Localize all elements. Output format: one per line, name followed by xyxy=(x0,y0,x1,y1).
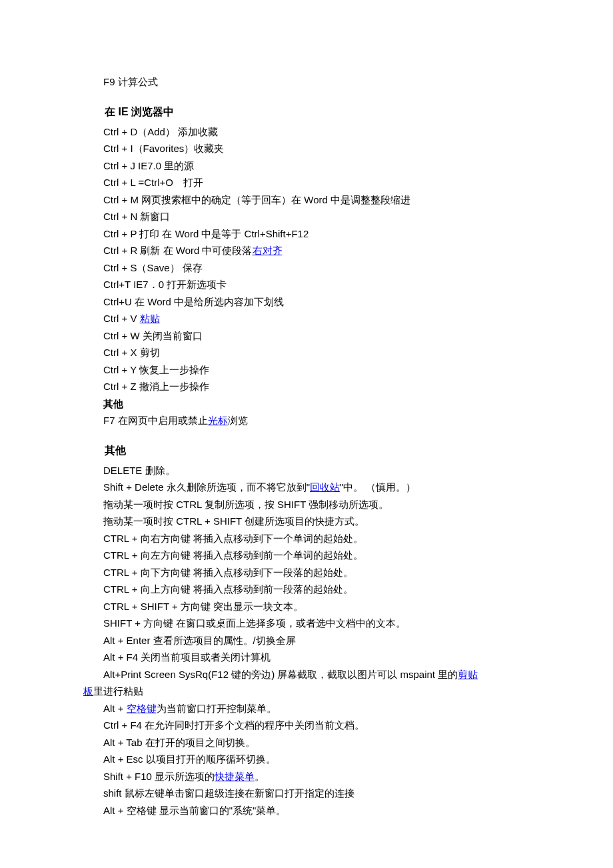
heading-other: 其他 xyxy=(83,441,533,459)
other-line2-1: Alt + Tab 在打开的项目之间切换。 xyxy=(83,734,533,751)
text: Alt+Print Screen SysRq(F12 键的旁边) 屏幕截取，截取… xyxy=(83,666,458,683)
line-f7: F7 在网页中启用或禁止光标浏览 xyxy=(83,412,533,429)
ie-line2-0: Ctrl + S（Save） 保存 xyxy=(83,259,533,277)
ie-line-5: Ctrl + N 新窗口 xyxy=(83,208,533,225)
ie-line3-1: Ctrl + X 剪切 xyxy=(83,344,533,361)
link-shortcut-menu[interactable]: 快捷菜单 xyxy=(215,771,255,782)
other-line3-0: shift 鼠标左键单击窗口超级连接在新窗口打开指定的连接 xyxy=(83,785,533,802)
ie-line2-1: Ctrl+T IE7．0 打开新选项卡 xyxy=(83,276,533,293)
ie-line-0: Ctrl + D（Add） 添加收藏 xyxy=(83,123,533,141)
line-delete: DELETE 删除。 xyxy=(83,462,533,479)
text: 浏览 xyxy=(228,415,248,426)
ie-line-2: Ctrl + J IE7.0 里的源 xyxy=(83,157,533,175)
link-paste[interactable]: 粘贴 xyxy=(140,313,160,324)
link-right-align[interactable]: 右对齐 xyxy=(253,245,283,256)
text: 。 xyxy=(255,771,265,782)
other-line1-1: 拖动某一项时按 CTRL + SHIFT 创建所选项目的快捷方式。 xyxy=(83,513,533,530)
line-shift-f10: Shift + F10 显示所选项的快捷菜单。 xyxy=(83,768,533,785)
line-ctrl-v: Ctrl + V 粘贴 xyxy=(83,310,533,327)
other-line1-0: 拖动某一项时按 CTRL 复制所选项，按 SHIFT 强制移动所选项。 xyxy=(83,496,533,513)
text: Shift + F10 显示所选项的 xyxy=(103,771,215,782)
ie-line2-2: Ctrl+U 在 Word 中是给所选内容加下划线 xyxy=(83,293,533,311)
text: F7 在网页中启用或禁止 xyxy=(103,415,208,426)
subheading-other: 其他 xyxy=(83,395,533,413)
line-alt-printscreen: Alt+Print Screen SysRq(F12 键的旁边) 屏幕截取，截取… xyxy=(83,666,533,700)
text: 为当前窗口打开控制菜单。 xyxy=(157,703,277,714)
link-cursor[interactable]: 光标 xyxy=(208,415,228,426)
ie-line3-2: Ctrl + Y 恢复上一步操作 xyxy=(83,361,533,379)
link-space-key[interactable]: 空格键 xyxy=(127,703,157,714)
ie-line-6: Ctrl + P 打印 在 Word 中是等于 Ctrl+Shift+F12 xyxy=(83,225,533,243)
other-line1-6: CTRL + SHIFT + 方向键 突出显示一块文本。 xyxy=(83,598,533,615)
other-line3-1: Alt + 空格键 显示当前窗口的"系统"菜单。 xyxy=(83,802,533,819)
link-recycle-bin[interactable]: 回收站 xyxy=(310,481,340,493)
other-line1-4: CTRL + 向下方向键 将插入点移动到下一段落的起始处。 xyxy=(83,564,533,581)
text: "中。 （慎用。） xyxy=(340,481,416,493)
other-line2-0: Ctrl + F4 在允许同时打开多个文档的程序中关闭当前文档。 xyxy=(83,717,533,734)
other-line1-7: SHIFT + 方向键 在窗口或桌面上选择多项，或者选中文档中的文本。 xyxy=(83,615,533,632)
ie-line3-3: Ctrl + Z 撤消上一步操作 xyxy=(83,378,533,395)
text: 里进行粘贴 xyxy=(93,685,143,697)
text: Alt + xyxy=(103,703,127,714)
other-line2-2: Alt + Esc 以项目打开的顺序循环切换。 xyxy=(83,751,533,768)
ie-line-4: Ctrl + M 网页搜索框中的确定（等于回车）在 Word 中是调整整段缩进 xyxy=(83,191,533,209)
other-line1-2: CTRL + 向右方向键 将插入点移动到下一个单词的起始处。 xyxy=(83,530,533,547)
line-f9: F9 计算公式 xyxy=(83,73,533,91)
other-line1-3: CTRL + 向左方向键 将插入点移动到前一个单词的起始处。 xyxy=(83,547,533,564)
ie-line-1: Ctrl + I（Favorites）收藏夹 xyxy=(83,140,533,157)
line-ctrl-r: Ctrl + R 刷新 在 Word 中可使段落右对齐 xyxy=(83,242,533,259)
text: Ctrl + V xyxy=(103,313,140,324)
other-line1-8: Alt + Enter 查看所选项目的属性。/切换全屏 xyxy=(83,632,533,649)
text: Shift + Delete 永久删除所选项，而不将它放到" xyxy=(103,481,310,493)
other-line1-9: Alt + F4 关闭当前项目或者关闭计算机 xyxy=(83,649,533,666)
line-alt-space: Alt + 空格键为当前窗口打开控制菜单。 xyxy=(83,700,533,717)
link-clipboard-part2[interactable]: 板 xyxy=(83,685,93,697)
ie-line-3: Ctrl + L =Ctrl+O 打开 xyxy=(83,174,533,191)
other-line1-5: CTRL + 向上方向键 将插入点移动到前一段落的起始处。 xyxy=(83,581,533,598)
link-clipboard-part1[interactable]: 剪贴 xyxy=(458,669,478,680)
text: Ctrl + R 刷新 在 Word 中可使段落 xyxy=(103,245,253,256)
ie-line3-0: Ctrl + W 关闭当前窗口 xyxy=(83,327,533,345)
heading-ie-browser: 在 IE 浏览器中 xyxy=(83,103,533,121)
line-shift-delete: Shift + Delete 永久删除所选项，而不将它放到"回收站"中。 （慎用… xyxy=(83,479,533,496)
